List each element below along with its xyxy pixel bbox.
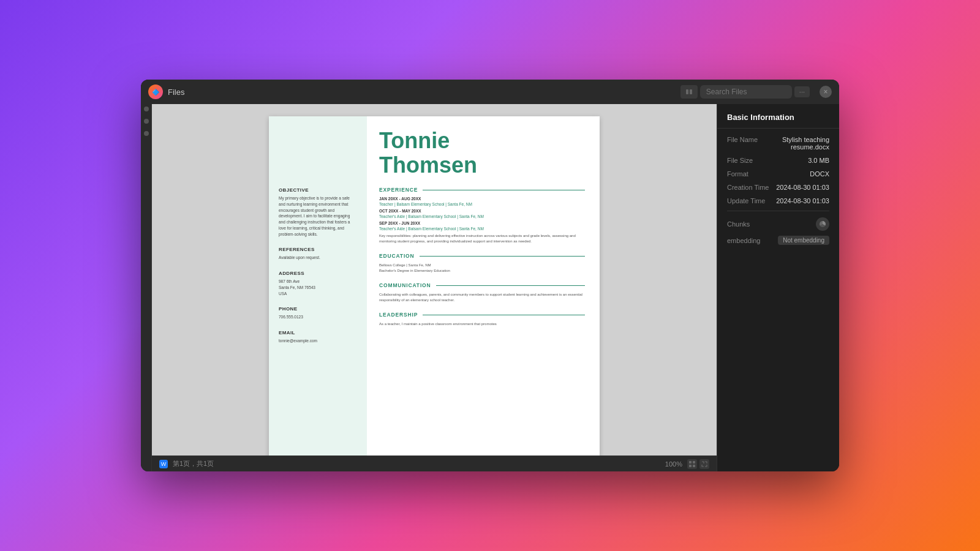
objective-title: OBJECTIVE	[279, 187, 357, 193]
right-panel-title: Basic Information	[727, 113, 829, 122]
leadership-text: As a teacher, I maintain a positive clas…	[379, 321, 585, 327]
view-buttons	[687, 459, 709, 469]
view-grid-button[interactable]	[687, 459, 697, 469]
experience-line	[423, 190, 585, 190]
objective-text: My primary objective is to provide a saf…	[279, 195, 357, 237]
left-sidebar	[141, 104, 152, 471]
svg-rect-1	[690, 89, 692, 94]
update-time-row: Update Time 2024-08-30 01:03	[727, 197, 829, 204]
job-description: Key responsibilities: planning and deliv…	[379, 233, 585, 244]
objective-section: OBJECTIVE My primary objective is to pro…	[279, 187, 357, 237]
experience-header: EXPERIENCE	[379, 187, 585, 193]
status-bar: W 第1页，共1页 100%	[152, 455, 717, 471]
edu-line2: Bachelor's Degree in Elementary Educatio…	[379, 268, 585, 274]
zoom-level: 100%	[665, 460, 682, 468]
job1-date: JAN 20XX - AUG 20XX	[379, 197, 585, 201]
doc-type-icon: W	[159, 460, 168, 468]
embedding-row: embedding Not embedding	[727, 236, 829, 245]
file-name-label: File Name	[727, 136, 776, 143]
address-line2: Santa Fe, NM 76543	[279, 285, 357, 291]
job2-date: OCT 20XX - MAY 20XX	[379, 209, 585, 213]
page-info: 第1页，共1页	[173, 459, 214, 468]
job2-title: Teacher's Aide | Balsam Elementary Schoo…	[379, 214, 585, 219]
references-text: Available upon request.	[279, 255, 357, 261]
view-expand-button[interactable]	[699, 459, 709, 469]
sidebar-dot	[144, 119, 149, 124]
close-button[interactable]: ×	[820, 86, 832, 98]
app-logo: 🔷	[148, 84, 163, 99]
phone-section: PHONE 706.555.0123	[279, 306, 357, 320]
creation-time-value: 2024-08-30 01:03	[776, 184, 829, 191]
creation-time-row: Creation Time 2024-08-30 01:03	[727, 184, 829, 191]
title-bar: 🔷 Files ··· ×	[141, 80, 839, 104]
panel-divider	[727, 211, 829, 211]
job2: OCT 20XX - MAY 20XX Teacher's Aide | Bal…	[379, 209, 585, 219]
communication-label: COMMUNICATION	[379, 282, 431, 288]
chunks-row: Chunks	[727, 217, 829, 231]
job1-title: Teacher | Balsam Elementary School | San…	[379, 202, 585, 206]
leadership-section: LEADERSHIP As a teacher, I maintain a po…	[379, 312, 585, 327]
communication-section: COMMUNICATION Collaborating with colleag…	[379, 282, 585, 303]
doc-page: OBJECTIVE My primary objective is to pro…	[269, 116, 600, 455]
app-title: Files	[168, 88, 184, 97]
address-line1: 987 6th Ave	[279, 279, 357, 285]
search-input[interactable]	[700, 85, 792, 99]
svg-rect-4	[689, 465, 692, 467]
leadership-line	[423, 315, 585, 315]
phone-title: PHONE	[279, 306, 357, 312]
format-row: Format DOCX	[727, 170, 829, 178]
communication-text: Collaborating with colleagues, parents, …	[379, 292, 585, 303]
education-label: EDUCATION	[379, 253, 415, 259]
email-value: tonnie@example.com	[279, 338, 357, 344]
creation-time-label: Creation Time	[727, 184, 776, 191]
references-title: REFERENCES	[279, 247, 357, 252]
update-time-label: Update Time	[727, 197, 776, 204]
email-title: EMAIL	[279, 330, 357, 335]
experience-section: EXPERIENCE JAN 20XX - AUG 20XX Teacher |…	[379, 187, 585, 244]
embedding-label: embedding	[727, 237, 760, 244]
resume-right-column: Tonnie Thomsen EXPERIENCE JAN 20XX - AUG…	[367, 116, 600, 455]
phone-value: 706.555.0123	[279, 314, 357, 320]
chunks-section: Chunks embedding Not embedding	[727, 217, 829, 245]
main-content: OBJECTIVE My primary objective is to pro…	[141, 104, 839, 471]
references-section: REFERENCES Available upon request.	[279, 247, 357, 261]
toolbar-button[interactable]: ···	[794, 86, 810, 97]
education-line	[420, 256, 585, 257]
format-value: DOCX	[776, 170, 829, 178]
format-label: Format	[727, 170, 776, 178]
sidebar-dot	[144, 107, 149, 111]
svg-rect-3	[693, 461, 695, 463]
chunks-icon-button[interactable]	[816, 217, 829, 231]
file-name-value: Stylish teaching resume.docx	[776, 136, 829, 151]
svg-rect-5	[693, 465, 695, 467]
file-name-row: File Name Stylish teaching resume.docx	[727, 136, 829, 151]
address-title: ADDRESS	[279, 271, 357, 276]
education-section: EDUCATION Bellows College | Santa Fe, NM…	[379, 253, 585, 274]
resume-left-column: OBJECTIVE My primary objective is to pro…	[269, 116, 367, 455]
doc-scroll-area[interactable]: OBJECTIVE My primary objective is to pro…	[152, 104, 717, 455]
svg-rect-2	[689, 461, 692, 463]
right-panel: Basic Information File Name Stylish teac…	[717, 104, 839, 471]
svg-rect-0	[686, 89, 688, 94]
doc-viewer: OBJECTIVE My primary objective is to pro…	[152, 104, 717, 471]
address-section: ADDRESS 987 6th Ave Santa Fe, NM 76543 U…	[279, 271, 357, 296]
job1: JAN 20XX - AUG 20XX Teacher | Balsam Ele…	[379, 197, 585, 206]
address-line3: USA	[279, 291, 357, 297]
sidebar-dot	[144, 131, 149, 136]
job3-date: SEP 20XX - JUN 20XX	[379, 221, 585, 225]
right-panel-body: File Name Stylish teaching resume.docx F…	[717, 129, 839, 471]
update-time-value: 2024-08-30 01:03	[776, 197, 829, 204]
communication-header: COMMUNICATION	[379, 282, 585, 288]
embedding-badge: Not embedding	[778, 236, 829, 245]
resume-name: Tonnie Thomsen	[379, 129, 585, 177]
leadership-header: LEADERSHIP	[379, 312, 585, 318]
email-section: EMAIL tonnie@example.com	[279, 330, 357, 344]
job3-title: Teacher's Aide | Balsam Elementary Schoo…	[379, 227, 585, 231]
file-size-row: File Size 3.0 MB	[727, 157, 829, 164]
file-size-label: File Size	[727, 157, 776, 164]
job3: SEP 20XX - JUN 20XX Teacher's Aide | Bal…	[379, 221, 585, 231]
right-panel-header: Basic Information	[717, 104, 839, 129]
chunks-label: Chunks	[727, 220, 750, 228]
app-window: 🔷 Files ··· ×	[141, 80, 839, 471]
communication-line	[436, 285, 585, 286]
